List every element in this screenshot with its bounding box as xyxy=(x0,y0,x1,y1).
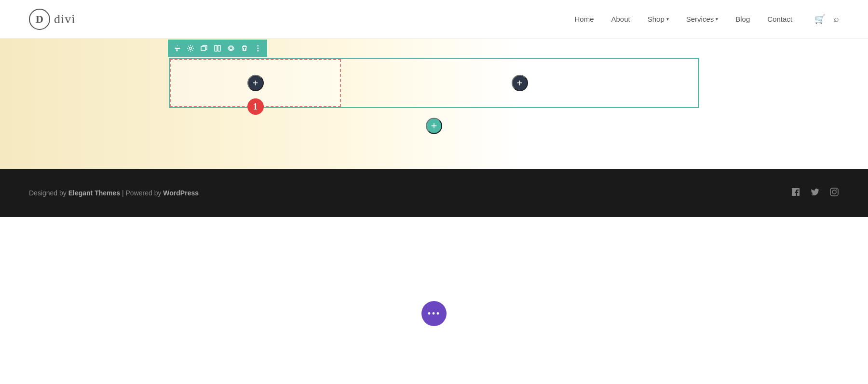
logo: D divi xyxy=(29,9,75,30)
logo-text: divi xyxy=(54,12,75,27)
elegant-themes-link[interactable]: Elegant Themes xyxy=(68,189,120,197)
builder-wrapper: + 1 + + xyxy=(169,58,699,134)
footer-social-icons xyxy=(791,187,839,199)
add-row-button[interactable]: + xyxy=(426,118,442,134)
nav-blog[interactable]: Blog xyxy=(735,15,750,23)
search-icon[interactable]: ⌕ xyxy=(834,14,839,24)
add-row-wrapper: + xyxy=(169,118,699,134)
svg-point-4 xyxy=(230,47,232,50)
svg-point-9 xyxy=(832,190,836,194)
nav-shop[interactable]: Shop xyxy=(648,15,665,23)
move-icon[interactable] xyxy=(172,43,182,54)
header: D divi Home About Shop ▾ Services ▾ Blog… xyxy=(0,0,868,39)
svg-point-7 xyxy=(258,50,259,52)
add-module-left-button[interactable]: + xyxy=(247,75,264,91)
svg-rect-3 xyxy=(218,45,220,51)
duplicate-icon[interactable] xyxy=(199,43,209,54)
main-nav: Home About Shop ▾ Services ▾ Blog Contac… xyxy=(574,14,839,25)
row-toolbar xyxy=(168,40,267,57)
nav-home[interactable]: Home xyxy=(574,15,594,23)
col-right: + xyxy=(341,59,698,107)
more-icon[interactable] xyxy=(253,43,263,54)
empty-space xyxy=(0,217,868,384)
delete-icon[interactable] xyxy=(239,43,250,54)
footer-credit: Designed by Elegant Themes | Powered by … xyxy=(29,189,199,197)
col-left: + 1 xyxy=(170,59,341,107)
main-content: + 1 + + xyxy=(0,39,868,169)
svg-rect-2 xyxy=(215,45,217,51)
svg-rect-1 xyxy=(201,46,205,51)
svg-point-10 xyxy=(836,189,837,190)
svg-rect-8 xyxy=(830,188,838,196)
svg-point-0 xyxy=(190,47,192,50)
svg-point-6 xyxy=(258,48,259,49)
nav-about[interactable]: About xyxy=(611,15,630,23)
toggle-icon[interactable] xyxy=(226,43,236,54)
twitter-icon[interactable] xyxy=(810,187,820,199)
cart-icon[interactable]: 🛒 xyxy=(814,14,825,25)
add-module-right-button[interactable]: + xyxy=(512,75,528,91)
wordpress-link[interactable]: WordPress xyxy=(163,189,199,197)
nav-contact[interactable]: Contact xyxy=(767,15,792,23)
columns-icon[interactable] xyxy=(212,43,223,54)
footer: Designed by Elegant Themes | Powered by … xyxy=(0,169,868,217)
nav-shop-wrapper: Shop ▾ xyxy=(648,15,669,23)
instagram-icon[interactable] xyxy=(829,187,839,199)
logo-icon: D xyxy=(29,9,50,30)
fab-button[interactable]: ••• xyxy=(421,301,447,326)
nav-services[interactable]: Services xyxy=(686,15,714,23)
nav-utilities: 🛒 ⌕ xyxy=(814,14,839,25)
shop-arrow-icon: ▾ xyxy=(666,16,669,22)
column-badge: 1 xyxy=(247,98,264,115)
svg-point-5 xyxy=(258,45,259,47)
nav-services-wrapper: Services ▾ xyxy=(686,15,719,23)
row-container: + 1 + xyxy=(169,58,699,108)
settings-icon[interactable] xyxy=(185,43,196,54)
facebook-icon[interactable] xyxy=(791,187,800,199)
services-arrow-icon: ▾ xyxy=(716,16,718,22)
